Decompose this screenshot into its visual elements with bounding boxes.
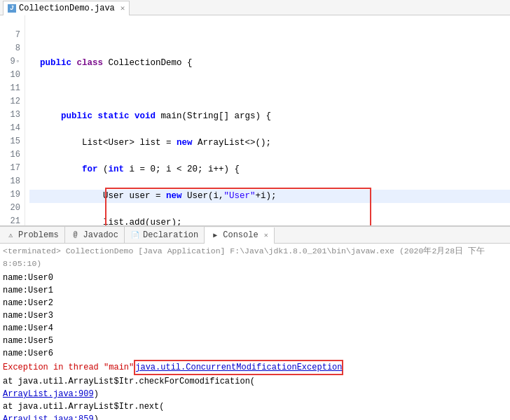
tab-close-button[interactable]: ✕ (120, 4, 125, 13)
exception-line: Exception in thread "main" java.util.Con… (3, 360, 507, 375)
console-output-5: name:User5 (3, 335, 507, 347)
code-line: list.add(user); (29, 216, 510, 225)
java-file-icon: J (8, 4, 16, 13)
code-line (29, 30, 510, 43)
line-numbers: 7 8 9◦ 10 11 12 13 14 15 16 17 18 19 20 … (0, 15, 25, 225)
console-output-1: name:User1 (3, 284, 507, 297)
stack-line-1: at java.util.ArrayList$Itr.next(ArrayLis… (3, 400, 507, 420)
code-line: for (int i = 0; i < 20; i++) { (29, 163, 510, 176)
console-area: <terminated> CollectionDemo [Java Applic… (0, 244, 510, 420)
bottom-tab-bar: ⚠ Problems @ Javadoc 📄 Declaration ▶ Con… (0, 227, 510, 244)
code-line: public class CollectionDemo { (29, 57, 510, 70)
problems-icon: ⚠ (6, 230, 15, 240)
tab-label: CollectionDemo.java (19, 4, 115, 13)
console-output-0: name:User0 (3, 272, 507, 284)
code-line: public static void main(String[] args) { (29, 110, 510, 123)
console-close[interactable]: ✕ (264, 231, 268, 239)
tab-console-label: Console (223, 230, 258, 240)
tab-javadoc-label: Javadoc (83, 230, 118, 240)
stack-link-0[interactable]: ArrayList.java:909 (3, 389, 94, 399)
console-output-6: name:User6 (3, 347, 507, 360)
editor-tab-bar: J CollectionDemo.java ✕ (0, 0, 510, 15)
code-line-highlighted: User user = new User(i,"User"+i); (29, 190, 510, 203)
console-header: <terminated> CollectionDemo [Java Applic… (3, 245, 507, 270)
editor-tab[interactable]: J CollectionDemo.java ✕ (3, 1, 130, 16)
tab-problems-label: Problems (18, 230, 59, 240)
console-output-2: name:User2 (3, 297, 507, 309)
tab-problems[interactable]: ⚠ Problems (0, 227, 65, 244)
code-content: public class CollectionDemo { public sta… (29, 15, 510, 225)
code-line (29, 83, 510, 97)
exception-prefix: Exception in thread "main" (3, 361, 134, 374)
tab-javadoc[interactable]: @ Javadoc (65, 227, 125, 244)
tab-declaration-label: Declaration (143, 230, 198, 240)
bottom-panel: ⚠ Problems @ Javadoc 📄 Declaration ▶ Con… (0, 225, 510, 420)
editor-area: 7 8 9◦ 10 11 12 13 14 15 16 17 18 19 20 … (0, 15, 510, 225)
declaration-icon: 📄 (130, 230, 140, 240)
console-output-4: name:User4 (3, 322, 507, 335)
exception-link[interactable]: java.util.ConcurrentModificationExceptio… (134, 360, 343, 375)
stack-line-0: at java.util.ArrayList$Itr.checkForComod… (3, 375, 507, 400)
console-icon: ▶ (210, 230, 220, 240)
console-output-3: name:User3 (3, 309, 507, 322)
code-line: List<User> list = new ArrayList<>(); (29, 136, 510, 150)
tab-declaration[interactable]: 📄 Declaration (125, 227, 205, 244)
stack-link-1[interactable]: ArrayList.java:859 (3, 414, 94, 420)
tab-console[interactable]: ▶ Console ✕ (205, 227, 274, 244)
javadoc-icon: @ (71, 230, 81, 240)
